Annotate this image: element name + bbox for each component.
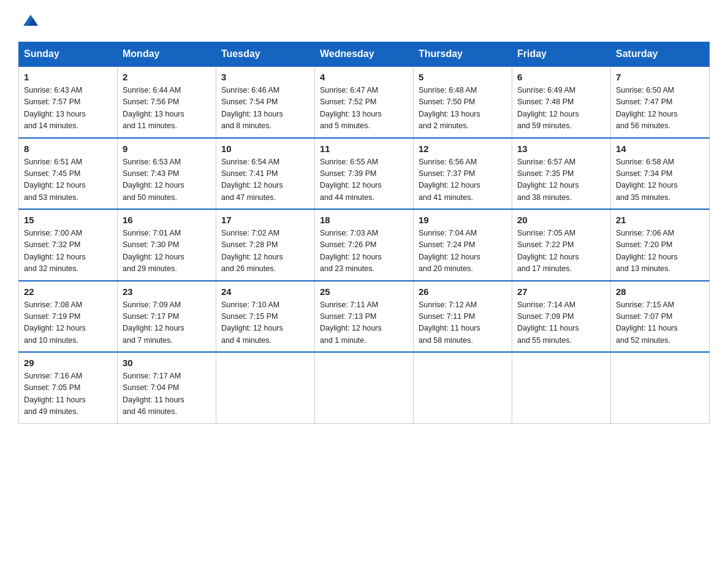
calendar-day: 3Sunrise: 6:46 AMSunset: 7:54 PMDaylight… — [216, 66, 315, 138]
calendar-week-1: 1Sunrise: 6:43 AMSunset: 7:57 PMDaylight… — [19, 66, 710, 138]
calendar-week-3: 15Sunrise: 7:00 AMSunset: 7:32 PMDayligh… — [19, 209, 710, 281]
calendar-day: 1Sunrise: 6:43 AMSunset: 7:57 PMDaylight… — [19, 66, 118, 138]
day-number: 16 — [123, 215, 211, 225]
calendar-day — [414, 352, 512, 423]
day-number: 1 — [24, 72, 112, 82]
day-number: 23 — [123, 286, 211, 297]
weekday-header-tuesday: Tuesday — [216, 42, 315, 67]
calendar-day: 28Sunrise: 7:15 AMSunset: 7:07 PMDayligh… — [611, 281, 710, 353]
day-info: Sunrise: 6:57 AMSunset: 7:35 PMDaylight:… — [517, 156, 605, 204]
day-number: 14 — [616, 144, 704, 154]
page-header — [18, 12, 710, 29]
day-number: 18 — [320, 215, 408, 225]
day-number: 5 — [419, 72, 507, 82]
day-info: Sunrise: 7:05 AMSunset: 7:22 PMDaylight:… — [517, 228, 605, 275]
calendar-table: SundayMondayTuesdayWednesdayThursdayFrid… — [18, 42, 710, 424]
day-number: 7 — [616, 72, 704, 82]
calendar-day — [216, 352, 315, 423]
day-number: 13 — [517, 144, 605, 154]
weekday-header-friday: Friday — [512, 42, 611, 67]
calendar-day: 7Sunrise: 6:50 AMSunset: 7:47 PMDaylight… — [611, 66, 710, 138]
day-info: Sunrise: 6:49 AMSunset: 7:48 PMDaylight:… — [517, 85, 605, 132]
day-info: Sunrise: 6:44 AMSunset: 7:56 PMDaylight:… — [123, 85, 211, 132]
day-info: Sunrise: 7:04 AMSunset: 7:24 PMDaylight:… — [419, 228, 507, 275]
calendar-day: 18Sunrise: 7:03 AMSunset: 7:26 PMDayligh… — [315, 209, 414, 281]
calendar-day: 2Sunrise: 6:44 AMSunset: 7:56 PMDaylight… — [118, 66, 216, 138]
day-number: 15 — [24, 215, 112, 225]
calendar-day: 24Sunrise: 7:10 AMSunset: 7:15 PMDayligh… — [216, 281, 315, 353]
day-info: Sunrise: 7:16 AMSunset: 7:05 PMDaylight:… — [24, 370, 112, 418]
day-info: Sunrise: 7:00 AMSunset: 7:32 PMDaylight:… — [24, 228, 112, 275]
day-info: Sunrise: 6:46 AMSunset: 7:54 PMDaylight:… — [221, 85, 309, 132]
day-info: Sunrise: 7:08 AMSunset: 7:19 PMDaylight:… — [24, 299, 112, 347]
calendar-day — [512, 352, 611, 423]
day-number: 12 — [419, 144, 507, 154]
calendar-week-2: 8Sunrise: 6:51 AMSunset: 7:45 PMDaylight… — [19, 138, 710, 210]
calendar-day: 6Sunrise: 6:49 AMSunset: 7:48 PMDaylight… — [512, 66, 611, 138]
calendar-day: 14Sunrise: 6:58 AMSunset: 7:34 PMDayligh… — [611, 138, 710, 210]
day-info: Sunrise: 7:03 AMSunset: 7:26 PMDaylight:… — [320, 228, 408, 275]
calendar-day: 27Sunrise: 7:14 AMSunset: 7:09 PMDayligh… — [512, 281, 611, 353]
day-info: Sunrise: 6:56 AMSunset: 7:37 PMDaylight:… — [419, 156, 507, 204]
day-number: 6 — [517, 72, 605, 82]
day-number: 25 — [320, 286, 408, 297]
calendar-day: 12Sunrise: 6:56 AMSunset: 7:37 PMDayligh… — [414, 138, 512, 210]
day-info: Sunrise: 7:09 AMSunset: 7:17 PMDaylight:… — [123, 299, 211, 347]
calendar-header: SundayMondayTuesdayWednesdayThursdayFrid… — [19, 42, 710, 67]
day-info: Sunrise: 6:54 AMSunset: 7:41 PMDaylight:… — [221, 156, 309, 204]
calendar-day: 4Sunrise: 6:47 AMSunset: 7:52 PMDaylight… — [315, 66, 414, 138]
weekday-header-sunday: Sunday — [19, 42, 118, 67]
day-info: Sunrise: 6:50 AMSunset: 7:47 PMDaylight:… — [616, 85, 704, 132]
calendar-day: 25Sunrise: 7:11 AMSunset: 7:13 PMDayligh… — [315, 281, 414, 353]
day-info: Sunrise: 6:53 AMSunset: 7:43 PMDaylight:… — [123, 156, 211, 204]
calendar-day: 9Sunrise: 6:53 AMSunset: 7:43 PMDaylight… — [118, 138, 216, 210]
calendar-day — [611, 352, 710, 423]
day-info: Sunrise: 7:10 AMSunset: 7:15 PMDaylight:… — [221, 299, 309, 347]
day-info: Sunrise: 7:15 AMSunset: 7:07 PMDaylight:… — [616, 299, 704, 347]
day-number: 4 — [320, 72, 408, 82]
calendar-day: 29Sunrise: 7:16 AMSunset: 7:05 PMDayligh… — [19, 352, 118, 423]
day-info: Sunrise: 7:06 AMSunset: 7:20 PMDaylight:… — [616, 228, 704, 275]
calendar-day: 30Sunrise: 7:17 AMSunset: 7:04 PMDayligh… — [118, 352, 216, 423]
day-number: 19 — [419, 215, 507, 225]
day-number: 9 — [123, 144, 211, 154]
day-number: 21 — [616, 215, 704, 225]
day-info: Sunrise: 7:11 AMSunset: 7:13 PMDaylight:… — [320, 299, 408, 347]
day-number: 8 — [24, 144, 112, 154]
calendar-day: 22Sunrise: 7:08 AMSunset: 7:19 PMDayligh… — [19, 281, 118, 353]
calendar-day: 5Sunrise: 6:48 AMSunset: 7:50 PMDaylight… — [414, 66, 512, 138]
calendar-day: 8Sunrise: 6:51 AMSunset: 7:45 PMDaylight… — [19, 138, 118, 210]
day-info: Sunrise: 6:48 AMSunset: 7:50 PMDaylight:… — [419, 85, 507, 132]
day-number: 24 — [221, 286, 309, 297]
day-info: Sunrise: 7:02 AMSunset: 7:28 PMDaylight:… — [221, 228, 309, 275]
calendar-day: 19Sunrise: 7:04 AMSunset: 7:24 PMDayligh… — [414, 209, 512, 281]
day-info: Sunrise: 6:51 AMSunset: 7:45 PMDaylight:… — [24, 156, 112, 204]
calendar-day: 21Sunrise: 7:06 AMSunset: 7:20 PMDayligh… — [611, 209, 710, 281]
calendar-day: 13Sunrise: 6:57 AMSunset: 7:35 PMDayligh… — [512, 138, 611, 210]
calendar-day: 15Sunrise: 7:00 AMSunset: 7:32 PMDayligh… — [19, 209, 118, 281]
calendar-week-5: 29Sunrise: 7:16 AMSunset: 7:05 PMDayligh… — [19, 352, 710, 423]
day-info: Sunrise: 7:17 AMSunset: 7:04 PMDaylight:… — [123, 370, 211, 418]
calendar-day: 17Sunrise: 7:02 AMSunset: 7:28 PMDayligh… — [216, 209, 315, 281]
weekday-header-thursday: Thursday — [414, 42, 512, 67]
calendar-day: 23Sunrise: 7:09 AMSunset: 7:17 PMDayligh… — [118, 281, 216, 353]
day-number: 2 — [123, 72, 211, 82]
day-number: 28 — [616, 286, 704, 297]
day-number: 17 — [221, 215, 309, 225]
calendar-day: 20Sunrise: 7:05 AMSunset: 7:22 PMDayligh… — [512, 209, 611, 281]
calendar-week-4: 22Sunrise: 7:08 AMSunset: 7:19 PMDayligh… — [19, 281, 710, 353]
day-info: Sunrise: 7:14 AMSunset: 7:09 PMDaylight:… — [517, 299, 605, 347]
day-number: 26 — [419, 286, 507, 297]
day-number: 3 — [221, 72, 309, 82]
day-info: Sunrise: 6:47 AMSunset: 7:52 PMDaylight:… — [320, 85, 408, 132]
weekday-header-wednesday: Wednesday — [315, 42, 414, 67]
logo — [18, 12, 42, 29]
day-info: Sunrise: 6:43 AMSunset: 7:57 PMDaylight:… — [24, 85, 112, 132]
day-info: Sunrise: 6:58 AMSunset: 7:34 PMDaylight:… — [616, 156, 704, 204]
day-info: Sunrise: 7:01 AMSunset: 7:30 PMDaylight:… — [123, 228, 211, 275]
calendar-day: 16Sunrise: 7:01 AMSunset: 7:30 PMDayligh… — [118, 209, 216, 281]
calendar-day: 26Sunrise: 7:12 AMSunset: 7:11 PMDayligh… — [414, 281, 512, 353]
day-number: 11 — [320, 144, 408, 154]
day-number: 29 — [24, 358, 112, 368]
day-number: 20 — [517, 215, 605, 225]
